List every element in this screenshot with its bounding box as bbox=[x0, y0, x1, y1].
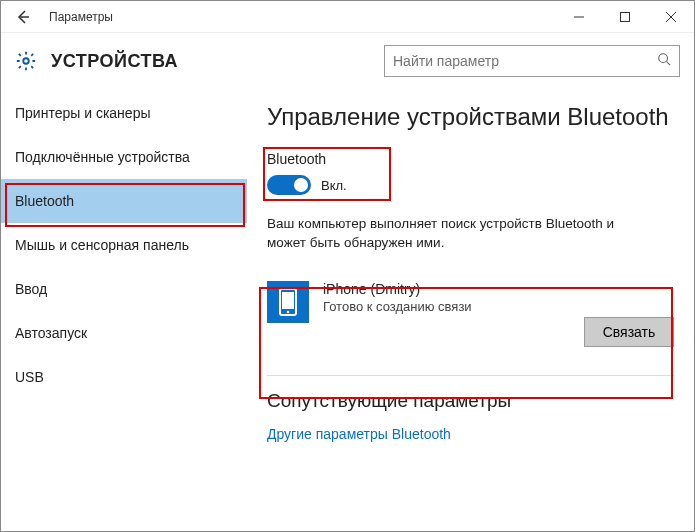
other-bluetooth-settings-link[interactable]: Другие параметры Bluetooth bbox=[267, 426, 674, 442]
svg-rect-1 bbox=[621, 12, 630, 21]
divider bbox=[267, 375, 674, 376]
svg-point-9 bbox=[287, 310, 290, 313]
sidebar-item-typing[interactable]: Ввод bbox=[1, 267, 247, 311]
toggle-knob bbox=[294, 178, 308, 192]
bluetooth-toggle-row: Вкл. bbox=[267, 175, 347, 195]
header-title: УСТРОЙСТВА bbox=[51, 51, 178, 72]
svg-point-4 bbox=[23, 58, 29, 64]
sidebar: Принтеры и сканеры Подключённые устройст… bbox=[1, 89, 247, 531]
back-button[interactable] bbox=[1, 1, 45, 33]
main-panel: Управление устройствами Bluetooth Blueto… bbox=[247, 89, 694, 531]
device-status: Готово к созданию связи bbox=[323, 299, 472, 314]
arrow-left-icon bbox=[15, 9, 31, 25]
svg-point-5 bbox=[659, 54, 668, 63]
bluetooth-label: Bluetooth bbox=[267, 151, 347, 167]
bluetooth-description: Ваш компьютер выполняет поиск устройств … bbox=[267, 215, 667, 253]
titlebar: Параметры bbox=[1, 1, 694, 33]
pair-button[interactable]: Связать bbox=[584, 317, 674, 347]
header: УСТРОЙСТВА bbox=[1, 33, 694, 89]
minimize-button[interactable] bbox=[556, 1, 602, 33]
search-icon bbox=[657, 52, 671, 70]
sidebar-item-usb[interactable]: USB bbox=[1, 355, 247, 399]
sidebar-item-mouse-touchpad[interactable]: Мышь и сенсорная панель bbox=[1, 223, 247, 267]
window-title: Параметры bbox=[49, 10, 113, 24]
bluetooth-toggle[interactable] bbox=[267, 175, 311, 195]
sidebar-item-autoplay[interactable]: Автозапуск bbox=[1, 311, 247, 355]
svg-rect-8 bbox=[282, 292, 294, 309]
svg-line-6 bbox=[667, 62, 671, 66]
gear-icon bbox=[15, 50, 37, 72]
device-info: iPhone (Dmitry) Готово к созданию связи bbox=[323, 281, 472, 314]
search-box[interactable] bbox=[384, 45, 680, 77]
device-name: iPhone (Dmitry) bbox=[323, 281, 472, 297]
content-area: Принтеры и сканеры Подключённые устройст… bbox=[1, 89, 694, 531]
bluetooth-toggle-state: Вкл. bbox=[321, 178, 347, 193]
sidebar-item-printers[interactable]: Принтеры и сканеры bbox=[1, 91, 247, 135]
close-button[interactable] bbox=[648, 1, 694, 33]
sidebar-item-connected-devices[interactable]: Подключённые устройства bbox=[1, 135, 247, 179]
search-input[interactable] bbox=[393, 53, 657, 69]
sidebar-item-bluetooth[interactable]: Bluetooth bbox=[1, 179, 247, 223]
page-title: Управление устройствами Bluetooth bbox=[267, 103, 674, 131]
related-heading: Сопутствующие параметры bbox=[267, 390, 674, 412]
device-row[interactable]: iPhone (Dmitry) Готово к созданию связи … bbox=[267, 281, 674, 347]
bluetooth-toggle-block: Bluetooth Вкл. bbox=[267, 149, 357, 201]
maximize-button[interactable] bbox=[602, 1, 648, 33]
device-phone-icon bbox=[267, 281, 309, 323]
window-controls bbox=[556, 1, 694, 33]
